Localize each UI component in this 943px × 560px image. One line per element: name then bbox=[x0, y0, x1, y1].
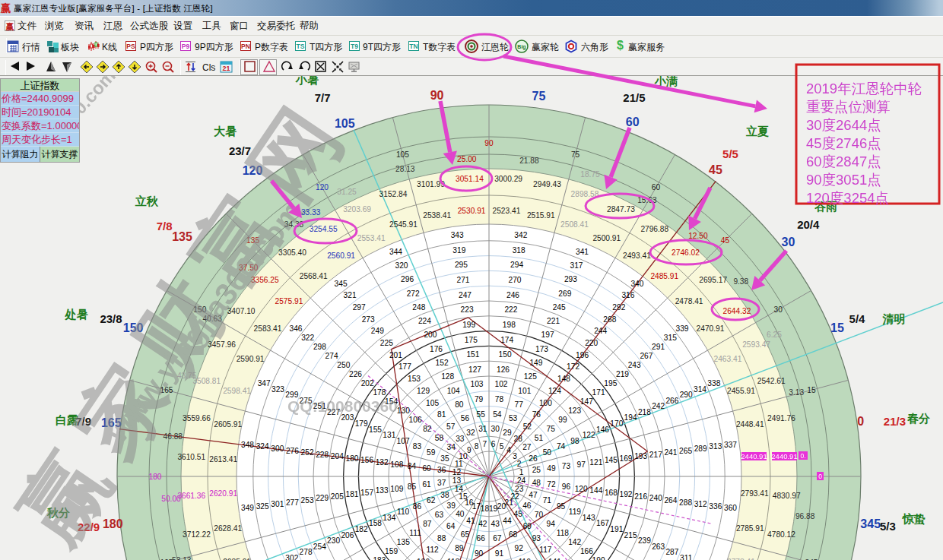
svg-text:2019年江恩轮中轮: 2019年江恩轮中轮 bbox=[806, 81, 922, 96]
svg-text:30度2644点: 30度2644点 bbox=[806, 117, 881, 133]
svg-text:90度3051点: 90度3051点 bbox=[806, 172, 881, 188]
svg-text:45度2746点: 45度2746点 bbox=[806, 135, 881, 151]
svg-text:60度2847点: 60度2847点 bbox=[806, 153, 881, 169]
svg-text:重要点位测算: 重要点位测算 bbox=[806, 99, 891, 115]
svg-text:120度3254点: 120度3254点 bbox=[806, 190, 889, 206]
